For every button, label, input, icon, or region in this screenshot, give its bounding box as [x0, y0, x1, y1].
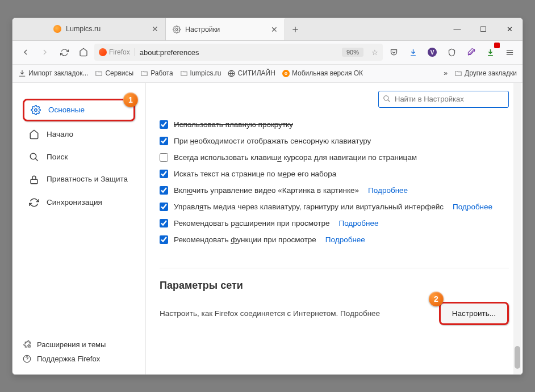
identity-box: Firefox [99, 48, 135, 56]
shield-icon[interactable] [443, 44, 460, 61]
bm-link[interactable]: oМобильная версия ОК [282, 69, 363, 77]
option-row: Использовать плавную прокрутку [160, 120, 509, 129]
option-label: При необходимости отображать сенсорную к… [174, 137, 371, 145]
sidebar-item-privacy[interactable]: Приватность и Защита [23, 170, 135, 189]
home-icon [28, 129, 40, 140]
learn-more-link[interactable]: Подробнее [453, 203, 492, 211]
bm-folder[interactable]: Сервисы [95, 69, 133, 77]
nav-toolbar: Firefox about:preferences 90% ☆ V [12, 41, 523, 65]
star-icon[interactable]: ☆ [371, 48, 378, 57]
minimize-button[interactable]: — [444, 18, 470, 40]
search-icon [383, 95, 391, 103]
option-row: Рекомендовать функции при просмотреПодро… [160, 235, 509, 244]
ext-icon-v[interactable]: V [424, 44, 441, 61]
svg-point-2 [35, 108, 37, 111]
annotation-badge-1: 1 [123, 92, 138, 107]
ext-icon-download2[interactable] [482, 44, 499, 61]
sidebar-item-label: Приватность и Защита [47, 175, 128, 184]
menu-button[interactable] [501, 44, 518, 61]
other-bookmarks[interactable]: Другие закладки [454, 69, 517, 77]
option-row: Управлять медиа через клавиатуру, гарнит… [160, 203, 509, 211]
zoom-indicator[interactable]: 90% [342, 48, 363, 57]
pocket-icon[interactable] [385, 44, 402, 61]
back-button[interactable] [17, 44, 34, 61]
svg-point-3 [30, 153, 36, 159]
titlebar: Lumpics.ru ✕ Настройки ✕ ＋ — ☐ ✕ [12, 18, 523, 41]
gear-icon [173, 26, 181, 33]
option-label: Использовать плавную прокрутку [174, 120, 293, 129]
sidebar-item-label: Основные [48, 106, 85, 114]
option-label: Включить управление видео «Картинка в ка… [174, 186, 359, 195]
content-area: Основные 1 Начало Поиск Приватность и За… [12, 83, 523, 374]
bookmarks-overflow[interactable]: » [444, 69, 448, 77]
sidebar-support[interactable]: Поддержка Firefox [23, 355, 135, 363]
option-label: Рекомендовать функции при просмотре [174, 235, 316, 244]
import-bookmarks[interactable]: Импорт закладок... [18, 69, 88, 77]
new-tab-button[interactable]: ＋ [285, 18, 306, 40]
learn-more-link[interactable]: Подробнее [338, 219, 378, 227]
sidebar-item-label: Поиск [47, 153, 68, 161]
forward-button[interactable] [36, 44, 53, 61]
option-checkbox[interactable] [160, 170, 168, 178]
browser-window: Lumpics.ru ✕ Настройки ✕ ＋ — ☐ ✕ [12, 18, 523, 375]
scrollbar[interactable] [513, 83, 521, 374]
tab-title: Настройки [185, 26, 220, 33]
sidebar-item-label: Синхронизация [47, 198, 102, 206]
option-checkbox[interactable] [160, 203, 168, 211]
ext-icon-feather[interactable] [462, 44, 479, 61]
learn-more-link[interactable]: Подробнее [368, 186, 408, 195]
reload-button[interactable] [56, 44, 73, 61]
sync-icon [28, 197, 40, 208]
options-list: Использовать плавную прокруткуПри необхо… [160, 120, 509, 244]
learn-more-link[interactable]: Подробнее [340, 309, 380, 318]
option-label: Искать текст на странице по мере его наб… [174, 170, 336, 178]
sidebar-item-home[interactable]: Начало [23, 125, 135, 144]
tab-lumpics[interactable]: Lumpics.ru ✕ [47, 18, 166, 40]
sidebar-item-search[interactable]: Поиск [23, 147, 135, 167]
gear-icon [30, 104, 41, 116]
option-row: Всегда использовать клавиши курсора для … [160, 153, 509, 162]
option-checkbox[interactable] [160, 153, 168, 162]
learn-more-link[interactable]: Подробнее [325, 235, 365, 244]
option-checkbox[interactable] [160, 120, 168, 129]
scrollbar-thumb[interactable] [515, 346, 520, 369]
section-title: Параметры сети [160, 280, 509, 292]
option-row: При необходимости отображать сенсорную к… [160, 137, 509, 145]
option-checkbox[interactable] [160, 219, 168, 227]
svg-point-0 [175, 28, 178, 31]
option-checkbox[interactable] [160, 235, 168, 244]
download-icon[interactable] [404, 44, 421, 61]
bm-folder[interactable]: Работа [140, 69, 173, 77]
option-row: Искать текст на странице по мере его наб… [160, 170, 509, 178]
settings-search-input[interactable] [378, 91, 509, 108]
bm-link[interactable]: СИТИЛАЙН [228, 69, 275, 77]
sidebar-item-general[interactable]: Основные 1 [23, 99, 135, 121]
url-text: about:preferences [140, 48, 199, 57]
close-button[interactable]: ✕ [496, 18, 523, 40]
tab-strip: Lumpics.ru ✕ Настройки ✕ ＋ [12, 18, 306, 40]
tab-close-icon[interactable]: ✕ [271, 25, 278, 34]
help-icon [23, 355, 31, 363]
option-checkbox[interactable] [160, 137, 168, 145]
home-button[interactable] [75, 44, 92, 61]
url-bar[interactable]: Firefox about:preferences 90% ☆ [94, 44, 383, 61]
window-controls: — ☐ ✕ [444, 18, 523, 40]
tab-settings[interactable]: Настройки ✕ [166, 18, 285, 40]
annotation-badge-2: 2 [429, 292, 444, 306]
option-checkbox[interactable] [160, 186, 168, 195]
sidebar-extensions[interactable]: Расширения и темы [23, 340, 135, 349]
svg-point-6 [384, 95, 388, 100]
lock-icon [28, 174, 40, 186]
sidebar-item-label: Начало [47, 130, 73, 138]
tab-close-icon[interactable]: ✕ [152, 24, 158, 33]
network-settings-button[interactable]: Настроить... [439, 302, 509, 325]
search-icon [28, 151, 40, 163]
settings-search[interactable] [378, 91, 509, 108]
sidebar-item-sync[interactable]: Синхронизация [23, 193, 135, 212]
bm-folder[interactable]: lumpics.ru [180, 69, 221, 77]
bookmarks-bar: Импорт закладок... Сервисы Работа lumpic… [12, 65, 523, 83]
tab-title: Lumpics.ru [66, 25, 101, 33]
maximize-button[interactable]: ☐ [470, 18, 496, 40]
tab-favicon-orange [53, 25, 61, 33]
network-section: Параметры сети Настроить, как Firefox со… [160, 268, 509, 325]
